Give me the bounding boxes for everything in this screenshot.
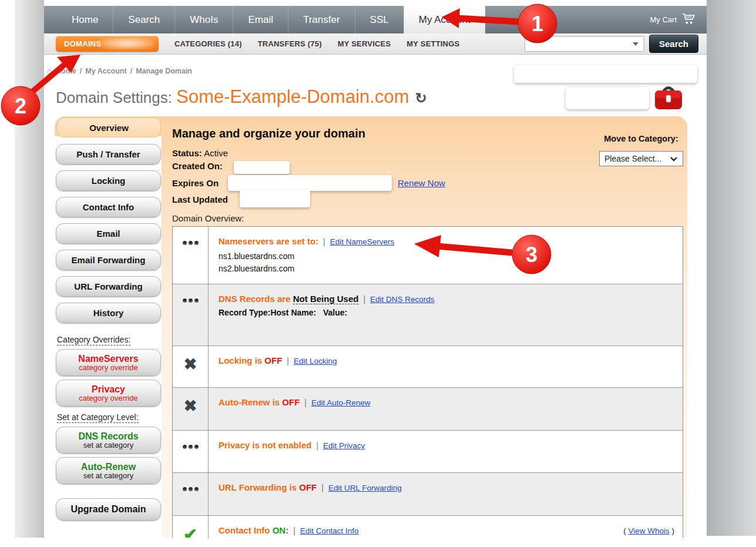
category-select[interactable]: Please Select... [599,151,683,166]
sidebar-item-overview[interactable]: Overview [57,118,161,137]
sidebar-item-contact-info[interactable]: Contact Info [56,197,161,217]
row-status: OFF [299,482,317,492]
edit-locking-link[interactable]: Edit Locking [294,357,337,365]
sidebar-item-email[interactable]: Email [56,223,161,244]
toolbox-icon[interactable] [653,84,684,114]
updated-line: Last Updated [172,194,228,204]
sidebar-item-nameservers-override[interactable]: NameServers category override [56,349,161,376]
tab-whois[interactable]: WhoIs [174,6,233,33]
subnav-items: CATEGORIES (14)TRANSFERS (75)MY SERVICES… [159,39,459,48]
tab-email[interactable]: Email [233,6,288,33]
redacted-updated-date [240,190,310,207]
edit-nameservers-link[interactable]: Edit NameServers [330,237,395,246]
breadcrumb-separator: / [130,67,132,75]
breadcrumb-item-manage-domain[interactable]: Manage Domain [136,67,192,75]
sidebar-item-privacy-override[interactable]: Privacy category override [56,380,161,407]
domain-overview-table: Nameservers are set to: | Edit NameServe… [172,226,683,547]
sidebar-item-locking[interactable]: Locking [56,170,161,191]
created-line: Created On: [172,161,223,171]
domain-name: Some-Example-Domain.com [176,86,409,107]
expires-line: Expires On [172,178,219,188]
home-icon: ⌂ [47,66,52,76]
renew-now-link[interactable]: Renew Now [398,178,445,188]
dots-icon [183,445,199,472]
row-status: OFF [264,355,282,365]
tab-search[interactable]: Search [113,6,174,33]
top-navigation-bar: HomeSearchWhoIsEmailTransferSSLMy Accoun… [44,6,707,33]
row-title: DNS Records are [219,294,293,304]
domain-search-combobox[interactable] [525,36,644,52]
tab-home[interactable]: Home [57,6,113,33]
view-whois-link[interactable]: View Whois [628,526,669,535]
subnav-item-transfers-75[interactable]: TRANSFERS (75) [258,39,322,48]
breadcrumb-item-home[interactable]: Home [56,67,76,75]
edit-privacy-link[interactable]: Edit Privacy [323,441,365,450]
edit-dns-records-link[interactable]: Edit DNS Records [370,295,435,304]
search-button[interactable]: Search [649,35,698,53]
domain-overview-label: Domain Overview: [172,213,244,223]
page-title: Domain Settings: Some-Example-Domain.com… [56,86,427,108]
redacted-domain-count [100,38,154,49]
row-title: Contact Info [219,525,273,535]
sidebar-item-dns-records-category[interactable]: DNS Records set at category [56,427,161,454]
breadcrumb-item-my-account[interactable]: My Account [85,67,126,75]
status-label: Status: [172,148,202,158]
set-at-category-label[interactable]: Set at Category Level: [57,412,139,423]
domain-overview-row: ✖ Auto-Renew is OFF | Edit Auto-Renew [173,387,683,430]
cross-icon: ✖ [184,357,197,387]
cart-icon [682,13,696,26]
sidebar-item-push-transfer[interactable]: Push / Transfer [56,144,161,165]
upgrade-domain-button[interactable]: Upgrade Domain [56,498,161,521]
redacted-value-box [566,87,649,109]
domain-overview-row: URL Forwarding is OFF | Edit URL Forward… [173,472,683,515]
breadcrumb[interactable]: ⌂ Home/My Account/Manage Domain [47,66,192,76]
redacted-expires-date [228,175,392,191]
top-nav-tabs: HomeSearchWhoIsEmailTransferSSLMy Accoun… [57,6,485,33]
edit-auto-renew-link[interactable]: Edit Auto-Renew [311,398,371,407]
dots-icon [183,298,199,345]
row-title: Locking is [219,355,264,365]
row-status: ON: [273,525,289,535]
expires-label: Expires On [172,178,219,188]
subnav-item-domains[interactable]: DOMAINS [56,36,159,52]
tab-my-account[interactable]: My Account [404,6,485,33]
row-title: Nameservers are set to: [219,236,318,246]
breadcrumb-separator: / [80,67,82,75]
row-title: Auto-Renew is [219,397,282,407]
updated-label: Last Updated [172,194,228,204]
subnav-item-my-services[interactable]: MY SERVICES [338,39,391,48]
my-cart[interactable]: My Cart [650,6,697,33]
edit-contact-info-link[interactable]: Edit Contact Info [300,526,359,535]
tab-ssl[interactable]: SSL [355,6,404,33]
domain-overview-row: DNS Records are Not Being Used | Edit DN… [173,284,683,345]
subnav-item-my-settings[interactable]: MY SETTINGS [406,39,459,48]
domains-label: DOMAINS [64,39,102,48]
subnav-item-categories-14[interactable]: CATEGORIES (14) [174,39,242,48]
row-title: Privacy is not enabled [219,440,311,450]
chevron-down-icon [633,42,639,46]
refresh-icon[interactable]: ↻ [415,90,426,106]
row-status: OFF [282,397,300,407]
sub-navigation-bar: DOMAINS CATEGORIES (14)TRANSFERS (75)MY … [44,33,707,55]
sidebar-item-history[interactable]: History [56,303,161,323]
domain-overview-row: ✖ Locking is OFF | Edit Locking [173,345,683,387]
dots-icon [183,241,199,284]
row-title: URL Forwarding is [219,482,299,492]
category-select-value: Please Select... [604,154,661,163]
bottom-window-strip [0,538,756,547]
sidebar-item-url-forwarding[interactable]: URL Forwarding [56,276,161,297]
chevron-down-icon [670,156,678,162]
my-cart-label: My Cart [650,15,677,24]
domain-overview-row: Nameservers are set to: | Edit NameServe… [173,227,683,284]
edit-url-forwarding-link[interactable]: Edit URL Forwarding [328,484,402,492]
sidebar-item-auto-renew-category[interactable]: Auto-Renew set at category [56,457,161,484]
tab-transfer[interactable]: Transfer [288,6,355,33]
section-heading: Manage and organize your domain [172,127,365,140]
sidebar: Push / TransferLockingContact InfoEmailE… [44,136,162,538]
created-label: Created On: [172,161,223,171]
category-overrides-label[interactable]: Category Overrides: [57,335,130,345]
row-status: Not Being Used [293,294,359,304]
dns-record-headers: Record Type:Host Name: Value: [219,308,674,317]
dots-icon [183,487,199,515]
sidebar-item-email-forwarding[interactable]: Email Forwarding [56,250,161,270]
